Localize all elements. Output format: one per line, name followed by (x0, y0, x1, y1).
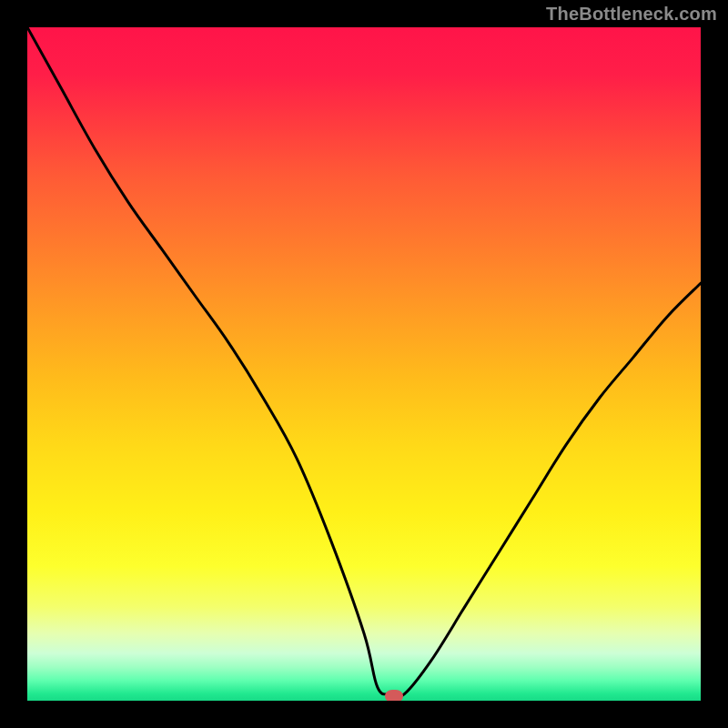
chart-frame: TheBottleneck.com (0, 0, 728, 728)
watermark-text: TheBottleneck.com (546, 4, 717, 25)
bottleneck-curve (27, 27, 701, 701)
optimal-point-marker (385, 690, 403, 701)
plot-area (27, 27, 701, 701)
